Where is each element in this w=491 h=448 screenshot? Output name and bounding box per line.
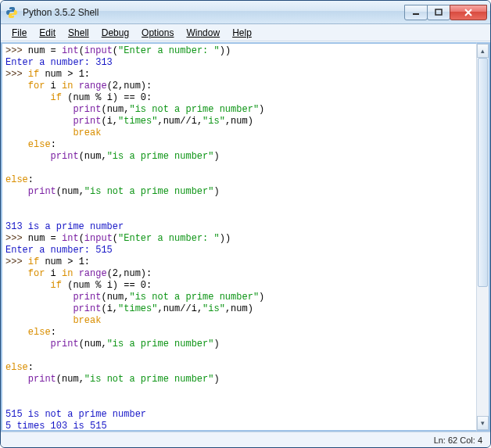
shell-editor[interactable]: >>> num = int(input("Enter a number: "))… xyxy=(2,44,476,430)
menu-debug[interactable]: Debug xyxy=(95,26,135,40)
menu-help[interactable]: Help xyxy=(226,26,258,40)
scroll-down-button[interactable]: ▾ xyxy=(477,416,489,430)
svg-rect-0 xyxy=(413,13,419,15)
scroll-track[interactable] xyxy=(477,58,489,416)
menu-edit[interactable]: Edit xyxy=(33,26,62,40)
menubar: File Edit Shell Debug Options Window Hel… xyxy=(1,24,490,41)
app-window: Python 3.5.2 Shell File Edit Shell Debug… xyxy=(0,0,491,448)
cursor-position: Ln: 62 Col: 4 xyxy=(434,435,482,445)
menu-shell[interactable]: Shell xyxy=(62,26,95,40)
menu-file[interactable]: File xyxy=(5,26,33,40)
vertical-scrollbar[interactable]: ▴ ▾ xyxy=(476,42,490,432)
menu-options[interactable]: Options xyxy=(135,26,180,40)
output-line: 313 is a prime number xyxy=(5,221,124,232)
statusbar: Ln: 62 Col: 4 xyxy=(1,432,490,447)
editor-wrap: >>> num = int(input("Enter a number: "))… xyxy=(1,42,476,432)
svg-rect-1 xyxy=(435,9,442,15)
client-area: >>> num = int(input("Enter a number: "))… xyxy=(1,41,490,432)
io-line: Enter a number: 313 xyxy=(5,57,113,68)
minimize-button[interactable] xyxy=(404,5,428,20)
python-icon xyxy=(5,6,18,19)
titlebar[interactable]: Python 3.5.2 Shell xyxy=(1,1,490,24)
window-title: Python 3.5.2 Shell xyxy=(23,7,405,18)
menu-window[interactable]: Window xyxy=(180,26,226,40)
scroll-up-button[interactable]: ▴ xyxy=(477,44,489,58)
window-controls xyxy=(405,5,487,20)
close-button[interactable] xyxy=(450,5,487,20)
scroll-thumb[interactable] xyxy=(478,58,488,287)
maximize-button[interactable] xyxy=(427,5,450,20)
prompt: >>> xyxy=(5,45,28,56)
